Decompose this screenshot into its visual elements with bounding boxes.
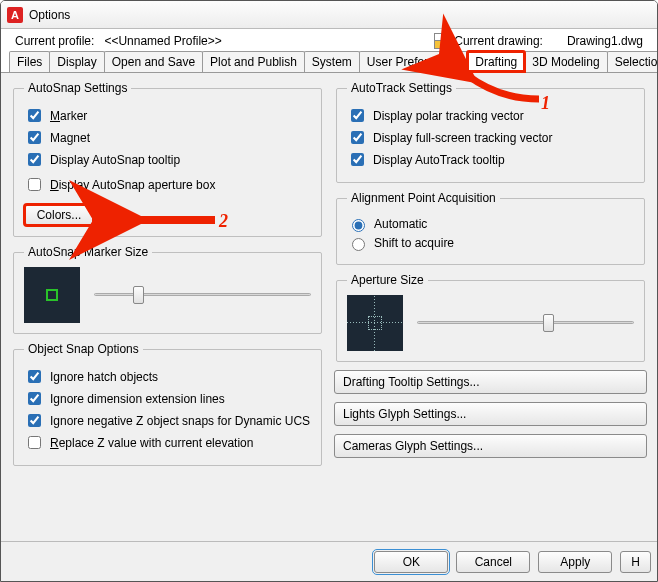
chk-as-aperture-box[interactable]	[28, 178, 41, 191]
profile-bar: Current profile: <<Unnamed Profile>> Cur…	[1, 29, 657, 51]
chk-as-tooltip[interactable]: Display AutoSnap tooltip	[24, 150, 311, 169]
drawing-label: Current drawing:	[454, 34, 543, 48]
chk-negz[interactable]: Ignore negative Z object snaps for Dynam…	[24, 411, 311, 430]
tab-drafting[interactable]: Drafting	[467, 51, 525, 72]
chk-hatch-box[interactable]	[28, 370, 41, 383]
aperture-group: Aperture Size	[336, 273, 645, 362]
chk-fullscreen-box[interactable]	[351, 131, 364, 144]
tab-display[interactable]: Display	[49, 51, 104, 72]
tab-strip: Files Display Open and Save Plot and Pub…	[1, 51, 657, 73]
chk-as-aperture[interactable]: Display AutoSnap aperture box	[24, 175, 311, 194]
chk-fullscreen[interactable]: Display full-screen tracking vector	[347, 128, 634, 147]
cameras-glyph-button[interactable]: Cameras Glyph Settings...	[334, 434, 647, 458]
tab-body: AutoSnap Settings Marker Magnet Display …	[1, 73, 657, 541]
left-column: AutoSnap Settings Marker Magnet Display …	[11, 81, 324, 533]
chk-polar-box[interactable]	[351, 109, 364, 122]
chk-at-tooltip[interactable]: Display AutoTrack tooltip	[347, 150, 634, 169]
chk-at-tooltip-box[interactable]	[351, 153, 364, 166]
app-icon: A	[7, 7, 23, 23]
radio-auto[interactable]: Automatic	[347, 216, 634, 232]
chk-magnet[interactable]: Magnet	[24, 128, 311, 147]
marker-size-group: AutoSnap Marker Size	[13, 245, 322, 334]
window-title: Options	[29, 8, 70, 22]
dialog-footer: OK Cancel Apply H	[1, 541, 657, 581]
chk-hatch[interactable]: Ignore hatch objects	[24, 367, 311, 386]
chk-polar[interactable]: Display polar tracking vector	[347, 106, 634, 125]
tab-open-save[interactable]: Open and Save	[104, 51, 203, 72]
chk-marker-box[interactable]	[28, 109, 41, 122]
autosnap-legend: AutoSnap Settings	[24, 81, 131, 95]
osnap-group: Object Snap Options Ignore hatch objects…	[13, 342, 322, 466]
chk-dim[interactable]: Ignore dimension extension lines	[24, 389, 311, 408]
marker-size-legend: AutoSnap Marker Size	[24, 245, 152, 259]
chk-dim-box[interactable]	[28, 392, 41, 405]
marker-size-slider[interactable]	[94, 284, 311, 306]
tab-3d-modeling[interactable]: 3D Modeling	[524, 51, 607, 72]
drawing-value: Drawing1.dwg	[567, 34, 643, 48]
aperture-preview	[347, 295, 403, 351]
radio-shift-input[interactable]	[352, 238, 365, 251]
profile-label: Current profile:	[15, 34, 94, 48]
autosnap-group: AutoSnap Settings Marker Magnet Display …	[13, 81, 322, 237]
tab-user-pref[interactable]: User Preferences	[359, 51, 468, 72]
aperture-legend: Aperture Size	[347, 273, 428, 287]
help-button[interactable]: H	[620, 551, 651, 573]
autotrack-legend: AutoTrack Settings	[347, 81, 456, 95]
titlebar: A Options	[1, 1, 657, 29]
tab-files[interactable]: Files	[9, 51, 50, 72]
alignment-group: Alignment Point Acquisition Automatic Sh…	[336, 191, 645, 265]
lights-glyph-button[interactable]: Lights Glyph Settings...	[334, 402, 647, 426]
tab-plot[interactable]: Plot and Publish	[202, 51, 305, 72]
chk-negz-box[interactable]	[28, 414, 41, 427]
ok-button[interactable]: OK	[374, 551, 448, 573]
aperture-slider[interactable]	[417, 312, 634, 334]
profile-value: <<Unnamed Profile>>	[104, 34, 221, 48]
chk-marker[interactable]: Marker	[24, 106, 311, 125]
chk-magnet-box[interactable]	[28, 131, 41, 144]
drafting-tooltip-button[interactable]: Drafting Tooltip Settings...	[334, 370, 647, 394]
chk-as-tooltip-box[interactable]	[28, 153, 41, 166]
drawing-icon	[434, 33, 448, 49]
tab-selection[interactable]: Selection	[607, 51, 658, 72]
cancel-button[interactable]: Cancel	[456, 551, 530, 573]
chk-replz[interactable]: Replace Z value with current elevation	[24, 433, 311, 452]
radio-auto-input[interactable]	[352, 219, 365, 232]
chk-replz-box[interactable]	[28, 436, 41, 449]
radio-shift[interactable]: Shift to acquire	[347, 235, 634, 251]
osnap-legend: Object Snap Options	[24, 342, 143, 356]
alignment-legend: Alignment Point Acquisition	[347, 191, 500, 205]
autotrack-group: AutoTrack Settings Display polar trackin…	[336, 81, 645, 183]
tab-system[interactable]: System	[304, 51, 360, 72]
right-column: AutoTrack Settings Display polar trackin…	[334, 81, 647, 533]
options-window: A Options Current profile: <<Unnamed Pro…	[0, 0, 658, 582]
marker-preview	[24, 267, 80, 323]
apply-button[interactable]: Apply	[538, 551, 612, 573]
colors-button[interactable]: Colors...	[24, 204, 94, 226]
